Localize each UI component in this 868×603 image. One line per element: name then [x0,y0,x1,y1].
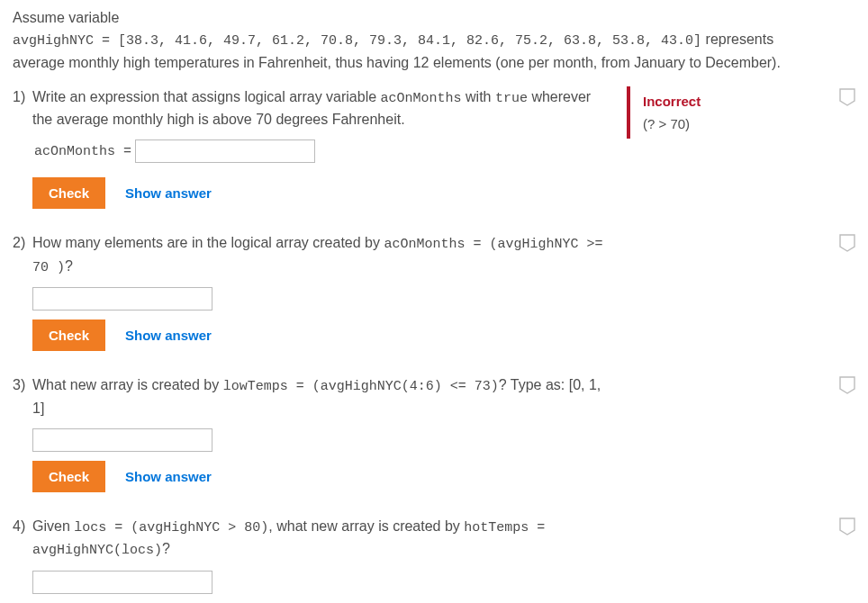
feedback-title: Incorrect [643,94,830,109]
status-badge-icon [839,376,855,394]
status-badge-icon [839,88,855,106]
answer-input[interactable] [135,140,315,163]
intro-line1a: Assume variable [13,10,119,25]
show-answer-link[interactable]: Show answer [125,469,212,484]
answer-input[interactable] [32,571,212,594]
question-number: 4) [13,516,32,537]
status-badge-icon [839,234,855,252]
intro-variable-code: avgHighNYC = [38.3, 41.6, 49.7, 61.2, 70… [13,33,701,49]
question-number: 2) [13,232,32,254]
answer-prefix: acOnMonths = [34,144,131,159]
feedback-box: Incorrect (? > 70) [627,86,843,139]
show-answer-link[interactable]: Show answer [125,328,212,343]
question-3: 3) What new array is created by lowTemps… [13,374,855,492]
check-button[interactable]: Check [32,320,105,351]
question-text: What new array is created by lowTemps = … [32,374,609,419]
question-text: Given locs = (avgHighNYC > 80), what new… [32,516,609,562]
question-number: 3) [13,374,32,396]
check-button[interactable]: Check [32,177,105,209]
answer-input[interactable] [32,428,212,452]
question-1: 1) Write an expression that assigns logi… [13,86,855,210]
question-text: How many elements are in the logical arr… [32,232,609,278]
question-2: 2) How many elements are in the logical … [13,232,855,351]
question-text: Write an expression that assigns logical… [32,86,609,131]
intro-line1b: represents [706,32,774,47]
show-answer-link[interactable]: Show answer [125,185,212,201]
intro-line2: average monthly high temperatures in Fah… [13,55,781,70]
answer-input[interactable] [32,287,212,310]
question-number: 1) [13,86,32,108]
status-badge-icon [839,518,855,536]
check-button[interactable]: Check [32,461,105,492]
feedback-hint: (? > 70) [643,116,830,131]
intro-text: Assume variable avgHighNYC = [38.3, 41.6… [13,7,855,74]
question-4: 4) Given locs = (avgHighNYC > 80), what … [13,516,855,603]
